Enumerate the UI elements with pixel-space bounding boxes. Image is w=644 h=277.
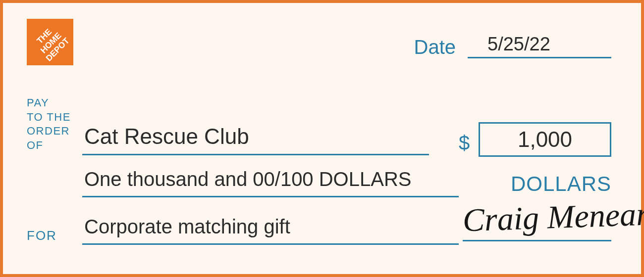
amount-words: One thousand and 00/100 DOLLARS <box>82 166 459 197</box>
date-section: Date 5/25/22 <box>414 34 612 58</box>
payee-name: Cat Rescue Club <box>82 124 429 155</box>
signature-line <box>463 240 611 241</box>
payto-line4: OF <box>27 138 76 153</box>
amount-numeric-box: 1,000 <box>479 122 611 157</box>
date-value: 5/25/22 <box>468 34 611 58</box>
dollars-label: DOLLARS <box>511 172 611 196</box>
payto-line1: PAY <box>27 96 76 110</box>
memo-value: Corporate matching gift <box>82 214 459 245</box>
payto-line2: TO THE <box>27 110 76 125</box>
amount-numeric: 1,000 <box>518 127 572 152</box>
dollar-sign: $ <box>459 132 470 154</box>
home-depot-logo: THE HOME DEPOT <box>27 19 73 65</box>
payto-line3: ORDER <box>27 124 76 138</box>
pay-to-order-label: PAY TO THE ORDER OF <box>27 96 76 152</box>
memo-label: FOR <box>27 228 57 243</box>
check-document: THE HOME DEPOT Date 5/25/22 PAY TO THE O… <box>0 0 644 277</box>
signature: Craig Menear <box>462 196 622 239</box>
date-label: Date <box>414 36 456 58</box>
